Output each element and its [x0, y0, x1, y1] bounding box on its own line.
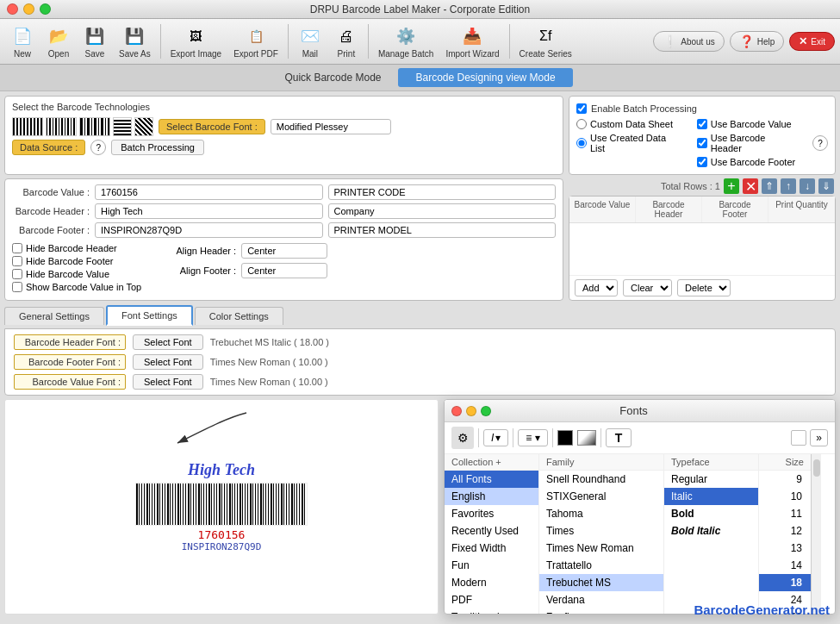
bold-text-btn[interactable]: T: [606, 428, 632, 447]
move-bottom-button[interactable]: ⇓: [818, 178, 834, 194]
minimize-button[interactable]: [23, 3, 34, 15]
collection-item-pdf[interactable]: PDF: [445, 591, 538, 608]
use-barcode-footer-checkbox[interactable]: [697, 157, 707, 167]
select-barcode-font-button[interactable]: Select Barcode Font :: [159, 119, 265, 134]
size-9[interactable]: 9: [759, 471, 811, 488]
help-button[interactable]: ❓ Help: [730, 31, 785, 52]
color-picker-button[interactable]: [557, 430, 573, 446]
collection-item-all-fonts[interactable]: All Fonts: [445, 471, 538, 488]
shrink-btn[interactable]: [791, 430, 806, 446]
align-header-select[interactable]: Center: [241, 243, 327, 259]
family-verdana[interactable]: Verdana: [539, 591, 663, 608]
barcode-designing-mode-tab[interactable]: Barcode Designing view Mode: [398, 68, 572, 87]
close-button[interactable]: [7, 3, 18, 15]
mail-button[interactable]: ✉️ Mail: [293, 22, 327, 60]
exit-button[interactable]: ✕ Exit: [789, 32, 835, 51]
color-settings-tab[interactable]: Color Settings: [195, 307, 283, 325]
clear-action-dropdown[interactable]: Clear: [623, 279, 672, 296]
font-type-select[interactable]: Modified Plessey: [271, 119, 391, 134]
remove-row-button[interactable]: ✕: [743, 178, 758, 194]
family-trattatello[interactable]: Trattatello: [539, 557, 663, 574]
delete-action-dropdown[interactable]: Delete: [677, 279, 731, 296]
barcode-value-type-select[interactable]: PRINTER CODE: [328, 184, 557, 200]
align-btn[interactable]: ≡ ▾: [518, 429, 547, 446]
family-trebuchet[interactable]: Trebuchet MS: [539, 574, 663, 591]
add-action-dropdown[interactable]: Add: [575, 279, 618, 296]
general-settings-tab[interactable]: General Settings: [4, 307, 104, 325]
barcode-header-select[interactable]: High Tech: [95, 203, 323, 219]
scrollbar-thumb[interactable]: [813, 459, 820, 477]
barcode-footer-type-select[interactable]: PRINTER MODEL: [328, 222, 557, 238]
size-scrollbar[interactable]: [811, 454, 821, 614]
print-button[interactable]: 🖨 Print: [329, 22, 364, 60]
maximize-button[interactable]: [40, 3, 51, 15]
expand-btn[interactable]: »: [810, 429, 828, 446]
font-picker-close[interactable]: [451, 406, 462, 416]
family-times[interactable]: Times: [539, 522, 663, 540]
collection-item-recently-used[interactable]: Recently Used: [445, 522, 538, 540]
hide-barcode-footer-checkbox[interactable]: [12, 256, 22, 266]
family-snell[interactable]: Snell Roundhand: [539, 471, 663, 488]
size-13[interactable]: 13: [759, 540, 811, 557]
value-font-select-button[interactable]: Select Font: [133, 374, 203, 390]
typeface-bold[interactable]: Bold: [664, 505, 758, 522]
add-row-button[interactable]: +: [724, 178, 739, 194]
data-source-button[interactable]: Data Source :: [12, 140, 85, 155]
font-picker-gear-button[interactable]: ⚙: [451, 427, 474, 449]
batch-info-button[interactable]: ?: [812, 135, 828, 151]
about-us-button[interactable]: ❕ About us: [653, 31, 724, 52]
italic-btn[interactable]: I ▾: [483, 429, 508, 446]
collection-item-fixed-width[interactable]: Fixed Width: [445, 540, 538, 557]
align-footer-select[interactable]: Center: [241, 263, 327, 278]
collection-item-favorites[interactable]: Favorites: [445, 505, 538, 522]
hide-barcode-value-checkbox[interactable]: [12, 269, 22, 279]
family-tahoma[interactable]: Tahoma: [539, 505, 663, 522]
import-wizard-button[interactable]: 📥 Import Wizard: [440, 22, 504, 60]
font-settings-tab[interactable]: Font Settings: [106, 305, 193, 326]
collection-item-modern[interactable]: Modern: [445, 574, 538, 591]
family-stix[interactable]: STIXGeneral: [539, 488, 663, 505]
use-created-data-list-radio[interactable]: [576, 138, 587, 148]
family-times-new-roman[interactable]: Times New Roman: [539, 540, 663, 557]
show-barcode-value-top-checkbox[interactable]: [12, 282, 22, 292]
size-10[interactable]: 10: [759, 488, 811, 505]
open-button[interactable]: 📂 Open: [41, 22, 76, 60]
move-down-button[interactable]: ↓: [800, 178, 815, 194]
typeface-italic[interactable]: Italic: [664, 488, 758, 505]
size-11[interactable]: 11: [759, 505, 811, 522]
export-pdf-button[interactable]: 📋 Export PDF: [228, 22, 283, 60]
use-barcode-header-checkbox[interactable]: [697, 138, 707, 148]
hide-barcode-header-checkbox[interactable]: [12, 243, 22, 253]
collection-item-english[interactable]: English: [445, 488, 538, 505]
header-font-select-button[interactable]: Select Font: [133, 334, 203, 350]
size-12[interactable]: 12: [759, 522, 811, 540]
collection-item-fun[interactable]: Fun: [445, 557, 538, 574]
new-button[interactable]: 📄 New: [5, 22, 40, 60]
custom-data-sheet-radio[interactable]: [576, 119, 587, 129]
move-top-button[interactable]: ⇑: [762, 178, 777, 194]
barcode-value-select[interactable]: 1760156: [95, 184, 323, 200]
create-series-button[interactable]: Σf Create Series: [514, 22, 577, 60]
barcode-footer-select[interactable]: INSPIRON287Q9D: [95, 222, 323, 238]
family-zapfino[interactable]: Zapfino: [539, 608, 663, 614]
use-barcode-value-checkbox[interactable]: [697, 119, 707, 129]
export-image-button[interactable]: 🖼 Export Image: [165, 22, 227, 60]
collection-item-traditional[interactable]: Traditional: [445, 608, 538, 614]
barcode-header-type-select[interactable]: Company: [328, 203, 557, 219]
size-14[interactable]: 14: [759, 557, 811, 574]
info-button[interactable]: ?: [90, 140, 106, 155]
typeface-regular[interactable]: Regular: [664, 471, 758, 488]
manage-batch-button[interactable]: ⚙️ Manage Batch: [373, 22, 439, 60]
save-button[interactable]: 💾 Save: [78, 22, 112, 60]
pen-tool-button[interactable]: [577, 430, 596, 446]
enable-batch-checkbox[interactable]: [576, 103, 587, 114]
typeface-bold-italic[interactable]: Bold Italic: [664, 522, 758, 540]
batch-processing-button[interactable]: Batch Processing: [111, 140, 204, 155]
footer-font-select-button[interactable]: Select Font: [133, 354, 203, 370]
collection-add-btn[interactable]: +: [495, 457, 501, 467]
font-picker-maximize[interactable]: [481, 406, 491, 416]
save-as-button[interactable]: 💾 Save As: [114, 22, 156, 60]
size-18[interactable]: 18: [759, 574, 811, 591]
font-picker-minimize[interactable]: [466, 406, 476, 416]
quick-barcode-mode-tab[interactable]: Quick Barcode Mode: [267, 68, 398, 87]
